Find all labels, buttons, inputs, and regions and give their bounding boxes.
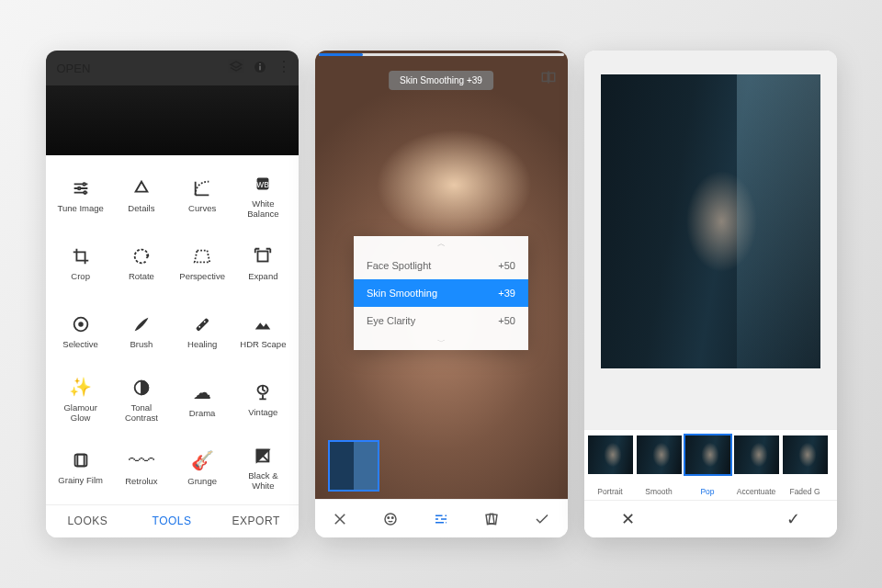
header-actions: ⋮ [229,60,291,74]
tool-grunge[interactable]: 🎸 Grunge [173,436,232,501]
phone-adjust: Skin Smoothing +39 ︿ Face Spotlight +50 … [315,51,568,537]
svg-rect-2 [259,63,260,64]
layers-icon[interactable] [229,60,243,74]
look-thumb-accentuate[interactable] [734,435,779,474]
svg-rect-8 [258,252,268,262]
chevron-up-icon[interactable]: ︿ [354,236,528,252]
tab-looks[interactable]: LOOKS [46,514,130,527]
tab-export[interactable]: EXPORT [214,514,299,527]
compare-icon[interactable] [540,69,557,85]
tool-hdr-scape[interactable]: HDR Scape [233,300,292,365]
svg-point-10 [79,322,83,326]
tool-rotate[interactable]: Rotate [112,232,171,297]
svg-rect-19 [542,74,548,82]
tool-healing[interactable]: Healing [173,300,232,365]
phone-tools: OPEN ⋮ Tune Image Details Curves WB Whit… [46,51,299,537]
tool-brush[interactable]: Brush [112,300,171,365]
svg-point-12 [198,326,200,328]
look-thumb-faded[interactable] [783,435,828,474]
phone-looks: Portrait Smooth Pop Accentuate Faded G ✕… [584,51,837,537]
svg-point-23 [392,516,394,518]
svg-point-4 [77,187,80,190]
more-icon[interactable]: ⋮ [277,60,291,74]
tool-grid: Tune Image Details Curves WB White Balan… [46,155,299,504]
adjust-skin-smoothing[interactable]: Skin Smoothing +39 [354,279,528,307]
look-label: Portrait [588,487,633,496]
adjust-menu: ︿ Face Spotlight +50 Skin Smoothing +39 … [354,236,528,350]
tool-tonal-contrast[interactable]: Tonal Contrast [112,368,171,433]
svg-point-5 [84,191,86,194]
apply-button[interactable] [524,511,560,527]
tab-tools[interactable]: TOOLS [130,514,214,527]
look-label: Smooth [637,487,682,496]
glamour-icon: ✨ [69,377,92,398]
grunge-icon: 🎸 [191,450,214,471]
tool-retrolux[interactable]: 〰 Retrolux [112,436,171,501]
tool-glamour-glow[interactable]: ✨ Glamour Glow [51,368,110,433]
svg-rect-1 [259,66,260,71]
slider-track[interactable] [319,53,564,56]
apply-button[interactable]: ✓ [786,509,800,529]
tool-black-white[interactable]: Black & White [233,436,292,501]
look-label: Pop [685,487,730,496]
looks-bottom-bar: ✕ ✓ [584,501,837,537]
svg-point-13 [204,321,206,322]
look-label: Accentuate [734,487,779,496]
sliders-icon[interactable] [423,511,459,527]
look-thumb-portrait[interactable] [588,435,633,474]
svg-point-22 [388,516,390,518]
tool-crop[interactable]: Crop [51,232,110,297]
info-icon[interactable] [253,60,267,74]
svg-rect-11 [196,318,209,332]
adjust-face-spotlight[interactable]: Face Spotlight +50 [354,252,528,279]
look-label: Faded G [783,487,828,496]
face-icon[interactable] [372,511,409,527]
svg-rect-20 [548,74,554,82]
retrolux-icon: 〰 [129,450,154,471]
tool-vintage[interactable]: Vintage [233,368,292,433]
tool-tune-image[interactable]: Tune Image [51,164,110,229]
cancel-button[interactable] [322,511,358,527]
chevron-down-icon[interactable]: ﹀ [354,334,528,350]
drama-icon: ☁ [193,382,211,403]
looks-canvas[interactable] [584,51,837,429]
look-thumb-pop[interactable] [685,435,730,474]
svg-point-21 [385,514,396,525]
svg-text:WB: WB [257,180,270,188]
tool-details[interactable]: Details [112,164,171,229]
svg-rect-17 [77,455,84,467]
adjust-eye-clarity[interactable]: Eye Clarity +50 [354,307,528,334]
styles-icon[interactable] [473,511,510,527]
tool-curves[interactable]: Curves [173,164,232,229]
tool-drama[interactable]: ☁ Drama [173,368,232,433]
tool-expand[interactable]: Expand [233,232,292,297]
tool-selective[interactable]: Selective [51,300,110,365]
open-button[interactable]: OPEN [57,62,91,75]
editor-preview-dimmed: OPEN ⋮ [46,51,299,155]
svg-point-3 [83,183,85,186]
portrait-canvas[interactable]: Skin Smoothing +39 ︿ Face Spotlight +50 … [315,51,568,499]
looks-strip: Portrait Smooth Pop Accentuate Faded G [584,429,837,501]
tool-perspective[interactable]: Perspective [173,232,232,297]
look-thumb-smooth[interactable] [637,435,682,474]
tool-white-balance[interactable]: WB White Balance [233,164,292,229]
tool-grainy-film[interactable]: Grainy Film [51,436,110,501]
edit-bottom-bar [315,499,568,537]
photo-preview [601,74,820,368]
cancel-button[interactable]: ✕ [621,509,635,529]
adjustment-chip: Skin Smoothing +39 [389,71,493,90]
before-after-thumb[interactable] [328,440,379,492]
bottom-tabs: LOOKS TOOLS EXPORT [46,504,299,537]
